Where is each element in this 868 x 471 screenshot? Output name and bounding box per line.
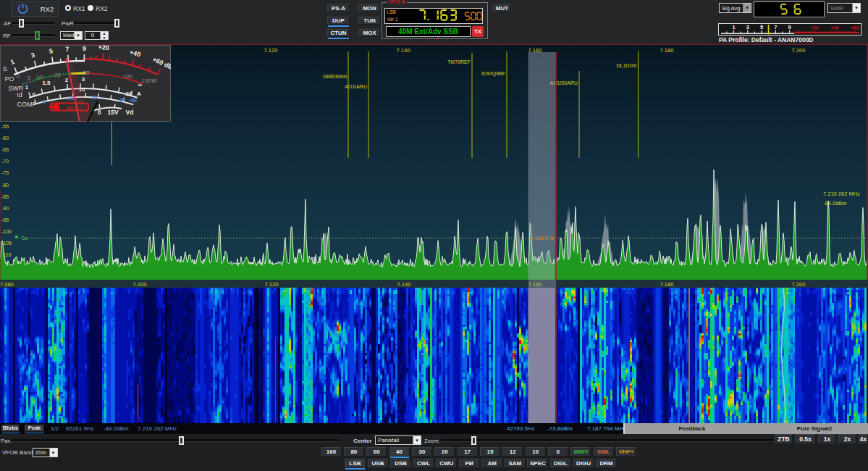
svg-text:-55: -55 (1, 124, 9, 129)
svg-text:1.5: 1.5 (42, 80, 51, 86)
svg-text:-85: -85 (1, 194, 9, 199)
svg-text:7: 7 (774, 24, 777, 30)
svg-text:30: 30 (119, 96, 126, 103)
svg-text:-80: -80 (1, 183, 9, 188)
svg-text:-60: -60 (1, 136, 9, 141)
svg-text:-84.0dBm: -84.0dBm (823, 200, 847, 207)
svg-text:COMP: COMP (17, 101, 37, 108)
svg-text:7.180: 7.180 (660, 47, 674, 54)
svg-text:DL1DGS: DL1DGS (616, 63, 636, 68)
svg-text:A: A (137, 91, 141, 97)
svg-text:Id: Id (17, 91, 22, 99)
svg-text:TM79REF: TM79REF (447, 59, 471, 64)
svg-text:● -101.0 (1): ● -101.0 (1) (531, 236, 555, 241)
svg-text:-Ga: -Ga (20, 236, 28, 241)
svg-text:15V: 15V (107, 109, 118, 116)
svg-text:PO: PO (4, 75, 14, 83)
svg-text:-65: -65 (1, 147, 9, 152)
svg-text:AO1IARU: AO1IARU (345, 84, 367, 89)
svg-text:25: 25 (54, 72, 61, 78)
svg-text:3: 3 (82, 76, 85, 83)
svg-text:Vd: Vd (126, 109, 134, 116)
svg-text:+40: +40 (830, 25, 838, 30)
svg-text:-70: -70 (1, 159, 9, 164)
svg-text:5: 5 (760, 24, 763, 30)
svg-text:7.200: 7.200 (792, 47, 806, 54)
svg-text:+20: +20 (810, 25, 818, 30)
svg-text:7: 7 (65, 46, 69, 53)
svg-text:0: 0 (33, 91, 36, 98)
svg-text:50: 50 (83, 70, 90, 76)
svg-text:9: 9 (788, 24, 791, 30)
svg-text:150W: 150W (142, 78, 158, 84)
svg-text:∞: ∞ (138, 82, 142, 88)
svg-text:0: 0 (17, 73, 20, 80)
svg-text:20: 20 (91, 94, 98, 101)
svg-text:3: 3 (746, 24, 749, 30)
svg-text:20: 20 (126, 91, 132, 97)
svg-text:1: 1 (25, 84, 29, 91)
svg-text:0: 0 (98, 109, 101, 116)
svg-text:dB: dB (130, 97, 138, 104)
svg-text:1: 1 (732, 24, 735, 30)
svg-text:ID9/IQ9BF: ID9/IQ9BF (481, 71, 505, 77)
svg-text:-95: -95 (1, 217, 9, 222)
svg-text:2: 2 (65, 77, 69, 83)
svg-text:9: 9 (83, 45, 86, 52)
svg-text:-100: -100 (1, 229, 12, 234)
svg-text:GB80MAN: GB80MAN (323, 74, 347, 79)
svg-text:-75: -75 (1, 170, 9, 175)
svg-text:0: 0 (43, 99, 46, 105)
svg-text:+20: +20 (98, 45, 109, 51)
svg-text:7.120: 7.120 (264, 47, 278, 54)
svg-text:-90: -90 (1, 206, 9, 211)
svg-text:S: S (3, 65, 7, 72)
svg-text:7.210 262 MHz: 7.210 262 MHz (823, 191, 860, 197)
svg-text:+60: +60 (851, 25, 859, 30)
svg-text:5: 5 (28, 75, 31, 81)
svg-text:7.140: 7.140 (397, 47, 410, 54)
